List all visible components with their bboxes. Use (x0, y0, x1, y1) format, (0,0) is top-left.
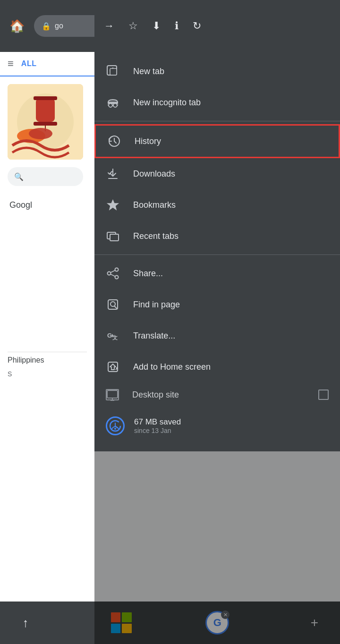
new-tab-label: New tab (133, 67, 164, 76)
svg-line-16 (108, 105, 109, 105)
menu-item-incognito[interactable]: New incognito tab (94, 87, 340, 118)
dropdown-forward-icon[interactable]: → (104, 20, 114, 32)
savings-amount: 67 MB saved (134, 417, 181, 427)
bookmarks-icon (106, 198, 120, 212)
share-icon (106, 266, 120, 280)
bookmarks-label: Bookmarks (133, 200, 176, 210)
menu-item-translate[interactable]: G 文 Translate... (94, 320, 340, 351)
desktop-site-icon (106, 389, 119, 400)
svg-point-25 (115, 276, 119, 279)
menu-icon: ≡ (8, 58, 14, 70)
svg-point-7 (29, 128, 52, 139)
svg-line-17 (117, 105, 118, 105)
history-label: History (135, 136, 161, 146)
bg-nav: ≡ ALL (0, 52, 94, 76)
add-home-label: Add to Home screen (133, 362, 211, 372)
svg-rect-11 (110, 68, 117, 75)
find-label: Find in page (133, 300, 180, 310)
menu-item-add-home[interactable]: Add to Home screen (94, 351, 340, 382)
translate-label: Translate... (133, 331, 175, 341)
up-arrow-icon: ↑ (23, 616, 29, 630)
desktop-site-checkbox[interactable] (318, 390, 329, 400)
new-tab-icon (106, 64, 120, 78)
menu-item-share[interactable]: Share... (94, 258, 340, 289)
all-tab: ALL (21, 59, 37, 68)
add-home-icon (106, 360, 120, 374)
svg-rect-22 (110, 234, 119, 241)
background-page: ≡ ALL 🔍 Googl Phi (0, 0, 94, 644)
bg-content: 🔍 Googl Philippines S (0, 76, 94, 385)
history-icon (107, 134, 121, 148)
savings-icon (106, 416, 125, 435)
svg-rect-2 (36, 98, 55, 122)
svg-rect-35 (108, 362, 118, 372)
translate-icon: G 文 (106, 329, 120, 343)
dropdown-download-icon[interactable]: ⬇ (152, 20, 161, 32)
address-text: go (55, 22, 63, 30)
downloads-icon (106, 167, 120, 181)
dropdown-info-icon[interactable]: ℹ (175, 20, 178, 32)
recent-tabs-label: Recent tabs (133, 231, 178, 241)
menu-item-desktop-site[interactable]: Desktop site (94, 382, 340, 407)
svg-point-14 (113, 103, 117, 107)
downloads-label: Downloads (133, 169, 175, 179)
home-icon[interactable]: 🏠 (9, 19, 25, 34)
menu-item-new-tab[interactable]: New tab (94, 56, 340, 87)
divider-2 (94, 254, 340, 255)
menu-item-downloads[interactable]: Downloads (94, 158, 340, 189)
svg-rect-37 (107, 390, 118, 398)
menu-item-find[interactable]: Find in page (94, 289, 340, 320)
dropdown-top-bar: → ☆ ⬇ ℹ ↻ (94, 0, 340, 52)
find-icon (106, 297, 120, 312)
bg-s: S (8, 368, 87, 378)
incognito-label: New incognito tab (133, 98, 201, 108)
savings-text: 67 MB saved since 13 Jan (134, 417, 181, 434)
svg-point-13 (109, 103, 112, 107)
bg-image (8, 84, 83, 160)
dropdown-refresh-icon[interactable]: ↻ (193, 20, 201, 32)
dropdown-menu-items: New tab New incognito tab (94, 52, 340, 447)
incognito-icon (106, 95, 120, 110)
recent-tabs-icon (106, 229, 120, 243)
lock-icon: 🔒 (42, 22, 51, 31)
svg-marker-20 (108, 200, 118, 210)
desktop-site-label: Desktop site (132, 390, 179, 400)
svg-point-41 (114, 428, 116, 430)
svg-point-24 (115, 268, 119, 271)
svg-point-26 (108, 272, 111, 275)
divider-1 (94, 121, 340, 121)
dropdown-bookmark-icon[interactable]: ☆ (128, 20, 138, 32)
bg-search-bar: 🔍 (8, 167, 83, 186)
dropdown-menu: → ☆ ⬇ ℹ ↻ New tab (94, 0, 340, 451)
savings-since: since 13 Jan (134, 427, 181, 434)
bg-google-text: Googl (8, 200, 87, 210)
svg-line-31 (115, 306, 117, 309)
bg-philippines: Philippines (8, 352, 87, 368)
menu-item-history[interactable]: History (94, 124, 340, 158)
svg-rect-3 (34, 96, 57, 100)
data-savings-section: 67 MB saved since 13 Jan (94, 409, 340, 443)
share-label: Share... (133, 269, 163, 279)
up-arrow-button[interactable]: ↑ (14, 611, 37, 634)
menu-item-recent-tabs[interactable]: Recent tabs (94, 220, 340, 252)
svg-line-28 (110, 274, 115, 277)
menu-item-bookmarks[interactable]: Bookmarks (94, 189, 340, 220)
svg-line-27 (110, 271, 115, 273)
svg-rect-4 (34, 122, 57, 126)
